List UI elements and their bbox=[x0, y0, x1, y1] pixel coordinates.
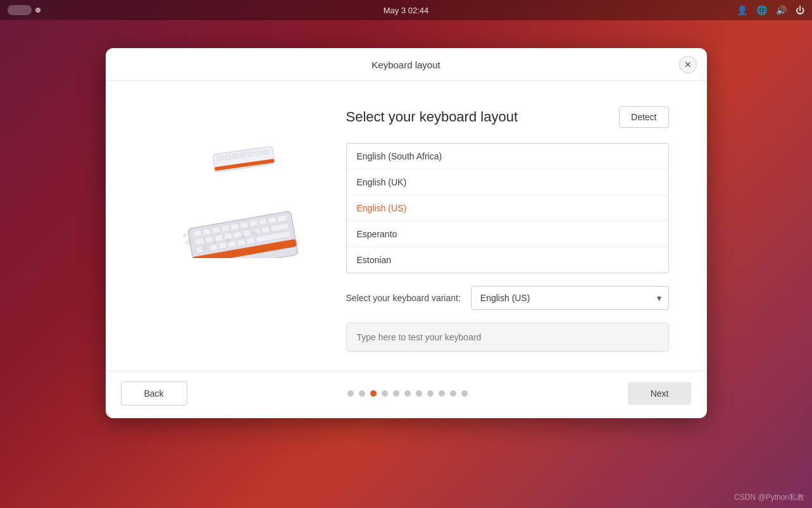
svg-rect-34 bbox=[240, 152, 246, 158]
back-button[interactable]: Back bbox=[121, 381, 187, 406]
svg-rect-17 bbox=[233, 232, 241, 239]
progress-dot-4 bbox=[393, 390, 399, 397]
keyboard-svg: × × × bbox=[144, 132, 308, 258]
variant-label: Select your keyboard variant: bbox=[346, 293, 461, 303]
svg-rect-35 bbox=[247, 151, 254, 156]
svg-rect-7 bbox=[230, 223, 239, 230]
section-header: Select your keyboard layout Detect bbox=[346, 106, 669, 128]
svg-rect-3 bbox=[193, 230, 201, 237]
dialog-title: Keyboard layout bbox=[372, 59, 440, 70]
svg-text:×: × bbox=[213, 240, 216, 245]
dialog-body: × × × Select your keyboard layout Detect… bbox=[106, 81, 707, 371]
svg-rect-6 bbox=[221, 225, 229, 232]
person-icon[interactable]: 👤 bbox=[737, 5, 747, 15]
svg-rect-31 bbox=[217, 156, 223, 161]
svg-rect-11 bbox=[268, 217, 276, 224]
topbar-pill bbox=[8, 5, 32, 15]
svg-rect-8 bbox=[240, 221, 248, 228]
close-button[interactable]: ✕ bbox=[679, 56, 697, 73]
variant-select[interactable]: English (US) bbox=[471, 286, 669, 310]
topbar-dot bbox=[35, 8, 41, 13]
section-title: Select your keyboard layout bbox=[346, 109, 518, 125]
dialog-header: Keyboard layout ✕ bbox=[106, 48, 707, 81]
svg-rect-27 bbox=[246, 237, 254, 244]
progress-dot-6 bbox=[416, 390, 422, 397]
svg-rect-9 bbox=[249, 220, 257, 227]
svg-rect-10 bbox=[258, 218, 266, 225]
network-icon[interactable]: 🌐 bbox=[756, 5, 767, 15]
keyboard-test-input[interactable] bbox=[346, 323, 669, 352]
next-button[interactable]: Next bbox=[628, 382, 692, 405]
topbar-right: 👤 🌐 🔊 ⏻ bbox=[737, 5, 804, 15]
progress-dot-10 bbox=[461, 390, 468, 397]
svg-text:×: × bbox=[183, 232, 187, 239]
svg-rect-32 bbox=[225, 154, 231, 159]
dialog-content: Select your keyboard layout Detect Engli… bbox=[346, 106, 669, 352]
topbar-datetime: May 3 02:44 bbox=[384, 6, 429, 15]
svg-rect-20 bbox=[261, 226, 269, 233]
layout-item-estonian[interactable]: Estonian bbox=[347, 247, 668, 273]
power-icon[interactable]: ⏻ bbox=[796, 5, 804, 15]
svg-text:×: × bbox=[242, 233, 246, 240]
detect-button[interactable]: Detect bbox=[619, 106, 668, 128]
svg-rect-33 bbox=[232, 154, 239, 159]
layout-item-english-uk[interactable]: English (UK) bbox=[347, 170, 668, 195]
svg-rect-37 bbox=[262, 149, 268, 154]
volume-icon[interactable]: 🔊 bbox=[776, 5, 787, 15]
progress-dot-7 bbox=[427, 390, 434, 397]
progress-dot-3 bbox=[382, 390, 388, 397]
progress-dot-1 bbox=[359, 390, 365, 397]
svg-rect-24 bbox=[218, 242, 227, 249]
svg-rect-14 bbox=[205, 236, 213, 243]
keyboard-layout-dialog: Keyboard layout ✕ bbox=[106, 48, 707, 418]
layout-item-english-us[interactable]: English (US) bbox=[347, 195, 668, 221]
topbar-left bbox=[8, 5, 41, 15]
dialog-footer: Back Next bbox=[106, 371, 707, 418]
topbar: May 3 02:44 👤 🌐 🔊 ⏻ bbox=[0, 0, 812, 20]
svg-rect-4 bbox=[202, 228, 210, 235]
svg-rect-5 bbox=[211, 226, 220, 233]
progress-dot-9 bbox=[450, 390, 456, 397]
progress-dot-5 bbox=[404, 390, 411, 397]
layout-list: English (South Africa)English (UK)Englis… bbox=[346, 143, 669, 273]
keyboard-illustration: × × × bbox=[144, 132, 308, 258]
svg-rect-36 bbox=[254, 151, 261, 156]
progress-dot-2 bbox=[370, 390, 377, 397]
progress-dots bbox=[347, 390, 468, 397]
progress-dot-8 bbox=[439, 390, 445, 397]
variant-row: Select your keyboard variant: English (U… bbox=[346, 286, 669, 310]
layout-item-esperanto[interactable]: Esperanto bbox=[347, 221, 668, 247]
variant-select-wrapper: English (US) bbox=[471, 286, 669, 310]
watermark: CSDN @Python私教 bbox=[734, 492, 804, 503]
progress-dot-0 bbox=[347, 390, 354, 397]
layout-item-english-south-africa[interactable]: English (South Africa) bbox=[347, 144, 668, 170]
